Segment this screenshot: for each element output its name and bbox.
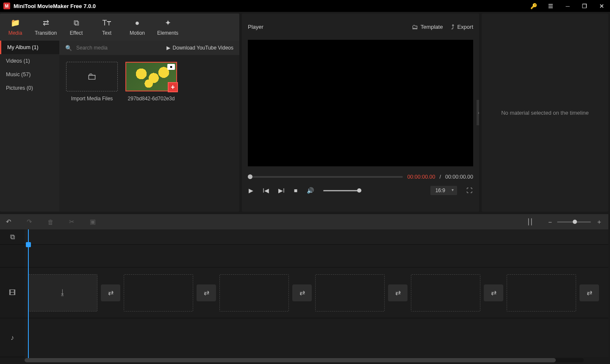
seek-slider[interactable] (248, 176, 403, 178)
text-icon: Tᴛ (103, 18, 111, 28)
add-to-timeline-button[interactable]: + (168, 82, 178, 92)
download-label: Download YouTube Videos (173, 45, 233, 51)
tab-label: Motion (130, 30, 145, 36)
stop-button[interactable]: ■ (294, 187, 297, 194)
hamburger-menu-icon[interactable]: ☰ (542, 0, 559, 12)
tab-media[interactable]: 📁 Media (0, 14, 30, 41)
effect-icon: ⧉ (74, 19, 79, 28)
delete-button[interactable]: 🗑 (47, 218, 54, 226)
player-title: Player (248, 24, 263, 30)
clip-slot[interactable] (315, 274, 385, 312)
transition-icon: ⇄ (43, 18, 49, 28)
download-youtube-link[interactable]: ▶ Download YouTube Videos (166, 45, 233, 51)
sidebar-item-videos[interactable]: Videos (1) (0, 54, 59, 68)
overlay-track-head (0, 245, 25, 267)
audio-track-head: ♪ (0, 318, 25, 357)
transition-slot[interactable]: ⇄ (388, 284, 408, 301)
titlebar: M MiniTool MovieMaker Free 7.0.0 🔑 ☰ ─ ❐… (0, 0, 610, 12)
clip-name: 297bd842-6d702e3d (128, 96, 175, 102)
transition-slot[interactable]: ⇄ (292, 284, 312, 301)
maximize-icon[interactable]: ❐ (576, 0, 593, 12)
split-button[interactable]: ✂ (69, 218, 75, 226)
window-title: MiniTool MovieMaker Free 7.0.0 (14, 3, 96, 9)
timeline-ruler[interactable] (25, 229, 608, 245)
sidebar-item-my-album[interactable]: My Album (1) (0, 41, 59, 54)
sidebar-item-pictures[interactable]: Pictures (0) (0, 81, 59, 95)
prev-frame-button[interactable]: I◀ (263, 187, 269, 194)
transition-slot[interactable]: ⇄ (580, 284, 599, 301)
clip-thumbnail[interactable]: ■ + (125, 62, 177, 91)
playhead[interactable] (28, 229, 29, 358)
template-label: Template (421, 24, 443, 30)
search-input[interactable] (76, 45, 162, 51)
clip-slot[interactable] (411, 274, 480, 312)
upload-icon: ⤴ (451, 23, 455, 30)
zoom-out-button[interactable]: − (548, 218, 552, 226)
auto-fit-button[interactable]: ⎮⎮ (527, 218, 533, 225)
ribbon-tabs: 📁 Media ⇄ Transition ⧉ Effect Tᴛ Text ● … (0, 14, 239, 41)
media-panel: 📁 Media ⇄ Transition ⧉ Effect Tᴛ Text ● … (0, 14, 239, 212)
volume-slider[interactable] (323, 190, 361, 191)
media-clip-tile[interactable]: ■ + 297bd842-6d702e3d (125, 62, 177, 102)
zoom-slider[interactable] (557, 221, 591, 223)
tab-motion[interactable]: ● Motion (122, 14, 152, 41)
fullscreen-button[interactable]: ⛶ (466, 187, 472, 194)
time-separator: / (439, 174, 441, 180)
track-area[interactable]: ⭳⇄⇄⇄⇄⇄⇄ (25, 229, 608, 358)
timeline-scrollbar[interactable] (25, 358, 584, 362)
export-label: Export (457, 24, 473, 30)
timeline-panel: ↶ ↷ 🗑 ✂ ▣ ⎮⎮ − ＋ ⧉ 🎞 ♪ ⭳⇄⇄⇄⇄⇄⇄ (0, 214, 608, 364)
transition-slot[interactable]: ⇄ (484, 284, 503, 301)
volume-icon[interactable]: 🔊 (307, 187, 314, 194)
collapse-properties-handle[interactable]: › (477, 100, 479, 125)
clip-slot[interactable] (219, 274, 289, 312)
next-frame-button[interactable]: ▶I (278, 187, 285, 194)
template-button[interactable]: 🗂 Template (412, 23, 443, 30)
close-icon[interactable]: ✕ (593, 0, 610, 12)
undo-button[interactable]: ↶ (6, 218, 11, 226)
search-icon: 🔍 (65, 45, 72, 51)
video-preview (248, 40, 473, 166)
tab-elements[interactable]: ✦ Elements (152, 14, 183, 41)
tab-label: Media (8, 30, 22, 36)
play-button[interactable]: ▶ (249, 187, 253, 194)
add-track-button[interactable]: ⧉ (0, 229, 25, 245)
tab-label: Effect (70, 30, 83, 36)
export-button[interactable]: ⤴ Export (451, 23, 473, 30)
tab-label: Elements (157, 30, 178, 36)
folder-icon: 🗀 (87, 71, 97, 82)
sidebar-item-music[interactable]: Music (57) (0, 68, 59, 81)
folder-icon: 📁 (11, 18, 20, 28)
zoom-in-button[interactable]: ＋ (596, 218, 602, 226)
clip-slot[interactable] (507, 274, 576, 312)
motion-icon: ● (135, 19, 140, 28)
video-track-head: 🎞 (0, 267, 25, 318)
clip-slot[interactable]: ⭳ (28, 274, 97, 312)
transition-slot[interactable]: ⇄ (197, 284, 216, 301)
tab-effect[interactable]: ⧉ Effect (61, 14, 92, 41)
time-total: 00:00:00.00 (445, 174, 473, 180)
minimize-icon[interactable]: ─ (559, 0, 576, 12)
tab-text[interactable]: Tᴛ Text (92, 14, 122, 41)
media-toolbar: 🔍 ▶ Download YouTube Videos (59, 41, 239, 55)
video-track[interactable]: ⭳⇄⇄⇄⇄⇄⇄ (25, 267, 608, 318)
tab-transition[interactable]: ⇄ Transition (30, 14, 61, 41)
empty-properties-message: No material selected on the timeline (501, 110, 589, 116)
redo-button[interactable]: ↷ (27, 218, 32, 226)
layers-icon: 🗂 (412, 23, 418, 30)
media-sidebar: My Album (1) Videos (1) Music (57) Pictu… (0, 41, 59, 212)
timeline-toolbar: ↶ ↷ 🗑 ✂ ▣ ⎮⎮ − ＋ (0, 214, 608, 229)
player-panel: Player 🗂 Template ⤴ Export 00:00:00.00 /… (242, 14, 479, 212)
media-grid: 🗀 Import Media Files ■ + 297bd842-6d702e… (59, 55, 239, 108)
transition-slot[interactable]: ⇄ (101, 284, 120, 301)
import-label: Import Media Files (71, 96, 113, 102)
activate-key-icon[interactable]: 🔑 (525, 0, 542, 12)
video-badge-icon: ■ (167, 64, 175, 70)
clip-slot[interactable] (124, 274, 193, 312)
import-media-tile[interactable]: 🗀 Import Media Files (66, 62, 118, 102)
audio-track[interactable] (25, 318, 608, 357)
properties-panel: No material selected on the timeline (482, 14, 608, 212)
tab-label: Text (102, 30, 111, 36)
crop-button[interactable]: ▣ (90, 218, 96, 226)
aspect-ratio-select[interactable]: 16:9 (430, 186, 457, 195)
